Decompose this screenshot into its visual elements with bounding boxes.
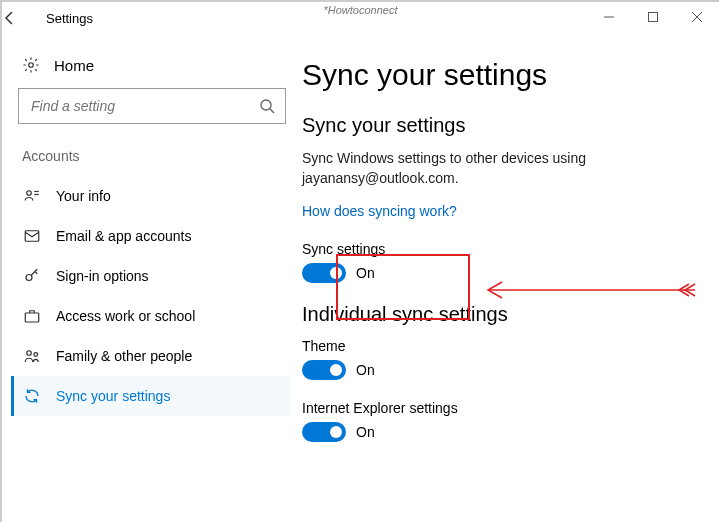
sync-settings-toggle[interactable] <box>302 263 346 283</box>
sync-icon <box>22 387 42 405</box>
svg-point-4 <box>29 63 34 68</box>
sidebar-item-email[interactable]: Email & app accounts <box>14 216 290 256</box>
sidebar-item-label: Your info <box>56 188 111 204</box>
sync-settings-state: On <box>356 265 375 281</box>
search-box[interactable] <box>18 88 286 124</box>
title-bar: Settings *Howtoconnect <box>2 2 719 34</box>
svg-point-7 <box>27 191 32 196</box>
theme-toggle[interactable] <box>302 360 346 380</box>
people-icon <box>22 347 42 365</box>
sidebar-item-your-info[interactable]: Your info <box>14 176 290 216</box>
ie-state: On <box>356 424 375 440</box>
sidebar-item-label: Sync your settings <box>56 388 170 404</box>
group-label: Accounts <box>14 148 290 176</box>
watermark: *Howtoconnect <box>324 4 398 16</box>
svg-point-14 <box>34 353 38 357</box>
briefcase-icon <box>22 307 42 325</box>
sidebar-item-label: Sign-in options <box>56 268 149 284</box>
close-button[interactable] <box>675 2 719 32</box>
svg-rect-12 <box>25 313 39 322</box>
key-icon <box>22 267 42 285</box>
theme-label: Theme <box>302 338 703 354</box>
svg-point-11 <box>26 275 32 281</box>
sidebar-item-sync[interactable]: Sync your settings <box>11 376 290 416</box>
search-icon <box>259 98 275 114</box>
sidebar-item-label: Family & other people <box>56 348 192 364</box>
sidebar-item-family[interactable]: Family & other people <box>14 336 290 376</box>
ie-toggle[interactable] <box>302 422 346 442</box>
sidebar: Home Accounts Your info Email & app acco… <box>2 34 302 522</box>
home-label: Home <box>54 57 94 74</box>
minimize-button[interactable] <box>587 2 631 32</box>
mail-icon <box>22 227 42 245</box>
svg-rect-1 <box>649 13 658 22</box>
svg-rect-10 <box>25 231 39 242</box>
person-card-icon <box>22 187 42 205</box>
ie-label: Internet Explorer settings <box>302 400 703 416</box>
svg-line-6 <box>270 109 274 113</box>
search-input[interactable] <box>29 97 259 115</box>
home-nav[interactable]: Home <box>14 52 290 88</box>
back-button[interactable] <box>2 10 42 26</box>
svg-point-5 <box>261 100 271 110</box>
section-heading-individual: Individual sync settings <box>302 303 703 326</box>
sync-settings-label: Sync settings <box>302 241 703 257</box>
section-heading: Sync your settings <box>302 114 703 137</box>
sidebar-item-label: Email & app accounts <box>56 228 191 244</box>
window-controls <box>587 2 719 32</box>
maximize-button[interactable] <box>631 2 675 32</box>
main-panel: Sync your settings Sync your settings Sy… <box>302 34 719 522</box>
sync-description: Sync Windows settings to other devices u… <box>302 149 703 188</box>
svg-point-13 <box>27 351 32 356</box>
gear-icon <box>22 56 42 74</box>
page-title: Sync your settings <box>302 58 703 92</box>
theme-state: On <box>356 362 375 378</box>
window-title: Settings <box>46 11 93 26</box>
sync-help-link[interactable]: How does syncing work? <box>302 203 457 219</box>
sidebar-item-work[interactable]: Access work or school <box>14 296 290 336</box>
sidebar-item-label: Access work or school <box>56 308 195 324</box>
sidebar-item-signin[interactable]: Sign-in options <box>14 256 290 296</box>
